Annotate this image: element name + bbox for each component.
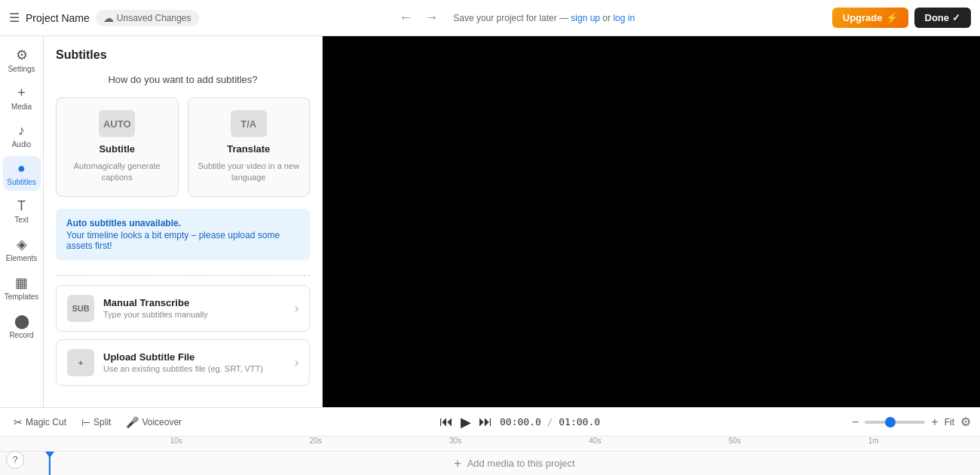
rewind-button[interactable]: ⏮ [438,412,455,431]
subtitle-option-desc: Automagically generate captions [66,161,169,184]
sidebar-item-elements[interactable]: ◈ Elements [3,231,41,267]
split-icon: ⊢ [81,416,90,428]
redo-button[interactable]: → [421,7,441,29]
sidebar-item-templates[interactable]: ▦ Templates [3,270,41,305]
help-button[interactable]: ? [6,451,24,469]
play-button[interactable]: ▶ [459,412,473,432]
playhead-triangle [45,452,54,458]
done-button[interactable]: Done ✓ [914,8,972,28]
upload-subtitle-icon: + [67,349,94,376]
fast-forward-button[interactable]: ⏭ [477,412,494,431]
left-panel: Subtitles How do you want to add subtitl… [44,36,323,407]
video-preview-area [323,36,980,407]
add-media-bar[interactable]: + Add media to this project [49,452,980,475]
playhead[interactable] [49,452,51,475]
upload-subtitle-row[interactable]: + Upload Subtitle File Use an existing s… [56,339,310,386]
unsaved-badge: ☁ Unsaved Changes [96,10,199,26]
translate-option-icon: T/A [231,110,267,137]
magic-cut-button[interactable]: ✂ Magic Cut [9,413,71,431]
ruler-mark-30s: 30s [449,437,461,445]
sidebar-item-subtitles[interactable]: ● Subtitles [3,156,41,191]
sidebar-item-media[interactable]: + Media [3,81,41,115]
total-time: 01:00.0 [559,416,600,428]
subtitles-icon: ● [17,161,26,176]
alert-title: Auto subtitles unavailable. [66,218,299,228]
upload-subtitle-title: Upload Subtitle File [103,351,286,363]
upgrade-button[interactable]: Upgrade ⚡ [832,8,908,28]
timeline: ✂ Magic Cut ⊢ Split 🎤 Voiceover ⏮ ▶ ⏭ 00… [0,407,980,475]
sidebar-label-elements: Elements [6,254,38,262]
topbar-center: ← → Save your project for later — sign u… [208,7,823,29]
timeline-ruler: 10s 20s 30s 40s 50s 1m [0,437,980,452]
upload-subtitle-text: Upload Subtitle File Use an existing sub… [103,351,286,373]
manual-transcribe-desc: Type your subtitles manually [103,310,286,319]
translate-option-label: Translate [227,143,270,155]
sidebar-item-text[interactable]: T Text [3,194,41,228]
manual-transcribe-icon: SUB [67,295,94,322]
unsaved-label: Unsaved Changes [117,13,191,23]
zoom-slider[interactable] [865,421,925,424]
magic-cut-icon: ✂ [14,416,23,428]
sidebar-label-templates: Templates [5,293,39,301]
ruler-mark-10s: 10s [170,437,182,445]
upgrade-icon: ⚡ [886,12,898,23]
divider [56,275,310,276]
sidebar-label-subtitles: Subtitles [7,178,35,186]
topbar: ☰ Project Name ☁ Unsaved Changes ← → Sav… [0,0,980,36]
split-button[interactable]: ⊢ Split [77,413,115,431]
done-check-icon: ✓ [952,12,960,23]
alert-desc: Your timeline looks a bit empty – please… [66,230,299,251]
project-name[interactable]: Project Name [26,12,90,24]
log-in-link[interactable]: log in [613,13,635,23]
sidebar-label-media: Media [11,103,32,111]
audio-icon: ♪ [18,123,25,139]
option-cards: AUTO Subtitle Automagically generate cap… [56,97,310,197]
manual-transcribe-chevron: › [295,302,299,315]
translate-option-desc: Subtitle your video in a new language [198,161,301,184]
timeline-settings-button[interactable]: ⚙ [960,415,971,429]
timeline-content[interactable]: + Add media to this project [0,452,980,475]
split-label: Split [93,417,111,428]
timeline-left-controls: ✂ Magic Cut ⊢ Split 🎤 Voiceover [9,413,186,431]
elements-icon: ◈ [17,236,27,253]
ruler-mark-1m: 1m [868,437,879,445]
timeline-track-area: 10s 20s 30s 40s 50s 1m + Add media to th… [0,437,980,475]
subtitle-option-card[interactable]: AUTO Subtitle Automagically generate cap… [56,97,179,197]
voiceover-icon: 🎤 [126,416,139,428]
sidebar-item-settings[interactable]: ⚙ Settings [3,42,41,78]
voiceover-button[interactable]: 🎤 Voiceover [121,413,186,431]
time-display: 00:00.0 / 01:00.0 [500,416,600,428]
settings-icon: ⚙ [16,47,28,63]
topbar-right: Upgrade ⚡ Done ✓ [832,8,971,28]
undo-redo-group: ← → [396,7,441,29]
time-separator: / [547,416,553,428]
add-media-plus-icon: + [454,457,461,470]
alert-box: Auto subtitles unavailable. Your timelin… [56,209,310,260]
subtitle-option-label: Subtitle [99,143,135,155]
play-controls: ⏮ ▶ ⏭ [438,412,494,432]
zoom-out-button[interactable]: − [852,415,859,429]
manual-transcribe-row[interactable]: SUB Manual Transcribe Type your subtitle… [56,285,310,332]
undo-button[interactable]: ← [396,7,415,29]
timeline-right-controls: − + Fit ⚙ [852,415,971,429]
sign-up-link[interactable]: sign up [571,13,600,23]
manual-transcribe-text: Manual Transcribe Type your subtitles ma… [103,297,286,319]
record-icon: ⬤ [14,313,29,329]
sidebar-label-settings: Settings [8,65,35,73]
video-canvas [323,36,980,407]
menu-icon[interactable]: ☰ [9,11,20,25]
translate-option-card[interactable]: T/A Translate Subtitle your video in a n… [188,97,311,197]
zoom-in-button[interactable]: + [931,415,938,429]
subtitle-option-icon: AUTO [99,110,135,137]
fit-button[interactable]: Fit [945,417,954,428]
timeline-play-area: ⏮ ▶ ⏭ 00:00.0 / 01:00.0 [198,412,840,432]
manual-transcribe-title: Manual Transcribe [103,297,286,308]
sidebar-item-audio[interactable]: ♪ Audio [3,118,41,153]
magic-cut-label: Magic Cut [26,417,66,428]
ruler-mark-20s: 20s [310,437,322,445]
sidebar-label-record: Record [9,331,33,339]
text-icon: T [17,198,26,214]
templates-icon: ▦ [15,274,28,291]
voiceover-label: Voiceover [142,417,182,428]
sidebar-item-record[interactable]: ⬤ Record [3,308,41,344]
